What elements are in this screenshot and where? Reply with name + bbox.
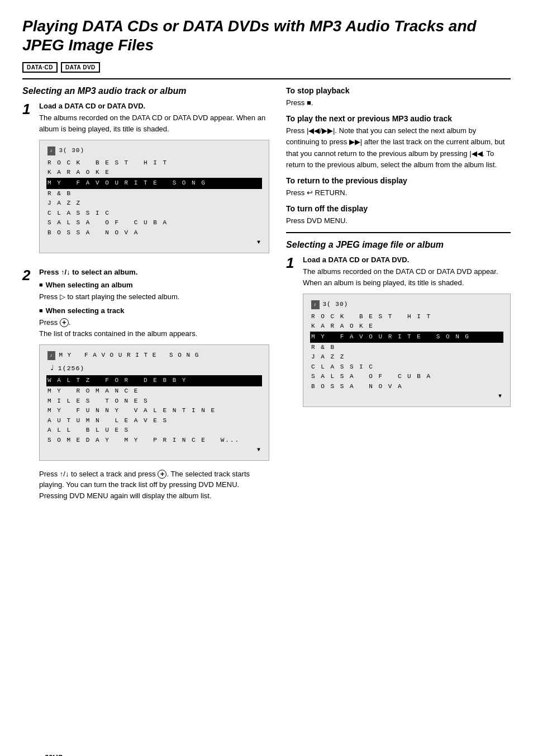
- sub-heading-album: When selecting an album: [39, 281, 269, 289]
- right-column: To stop playback Press ■. To play the ne…: [286, 86, 511, 508]
- right-step1-content: Load a DATA CD or DATA DVD. The albums r…: [303, 256, 511, 414]
- lcd2-row-2: M I L E S T O N E S: [47, 396, 261, 407]
- sub-body-album: Press ▷ to start playing the selected al…: [39, 291, 269, 303]
- lcd3-row-2-highlighted: M Y F A V O U R I T E S O N G: [310, 332, 503, 343]
- right-step1-body: The albums recorded on the DATA CD or DA…: [303, 266, 511, 288]
- next-prev-heading: To play the next or previous MP3 audio t…: [286, 114, 511, 123]
- lcd2-row-5: A L L B L U E S: [47, 426, 261, 436]
- lcd2-row-0-highlighted: W A L T Z F O R D E B B Y: [46, 375, 262, 386]
- lcd3-row-7: B O S S A N O V A: [311, 382, 502, 392]
- circle-plus-icon: +: [60, 318, 69, 327]
- lcd3-header: ♪ 3( 30): [311, 300, 502, 310]
- lcd3-icon: ♪: [311, 300, 319, 309]
- left-column: Selecting an MP3 audio track or album 1 …: [22, 86, 269, 508]
- sub-heading-album-text: When selecting an album: [46, 281, 133, 289]
- lcd1-row-2-highlighted: M Y F A V O U R I T E S O N G: [46, 178, 262, 189]
- lcd2-sub-header: ♩ 1(256): [47, 363, 261, 375]
- sub-heading-track: When selecting a track: [39, 306, 269, 315]
- step2-content: Press ↑/↓ to select an album. When selec…: [39, 268, 269, 502]
- lcd3-arrow: ▼: [311, 392, 502, 401]
- step1-content: Load a DATA CD or DATA DVD. The albums r…: [39, 102, 269, 261]
- step2: 2 Press ↑/↓ to select an album. When sel…: [22, 268, 269, 502]
- step1: 1 Load a DATA CD or DATA DVD. The albums…: [22, 102, 269, 261]
- step2-number: 2: [22, 268, 34, 502]
- section1-title: Selecting an MP3 audio track or album: [22, 86, 269, 96]
- lcd1-row-4: J A Z Z: [47, 199, 261, 209]
- lcd3-row-4: J A Z Z: [311, 352, 502, 362]
- step2-heading: Press ↑/↓ to select an album.: [39, 268, 269, 276]
- lcd2-header-text: M Y F A V O U R I T E S O N G: [59, 351, 199, 361]
- lcd2-row-3: M Y F U N N Y V A L E N T I N E: [47, 406, 261, 416]
- sub-heading-track-text: When selecting a track: [46, 306, 125, 315]
- turnoff-body: Press DVD MENU.: [286, 215, 511, 226]
- badge-data-cd: DATA·CD: [22, 62, 58, 73]
- lcd1-row-7: B O S S A N O V A: [47, 228, 261, 238]
- step1-body: The albums recorded on the DATA CD or DA…: [39, 112, 269, 134]
- right-step1-number: 1: [286, 256, 297, 414]
- stop-playback-heading: To stop playback: [286, 86, 511, 95]
- badges-container: DATA·CD DATA DVD: [22, 62, 511, 73]
- lcd1-header: ♪ 3( 30): [47, 146, 261, 156]
- lcd1-icon: ♪: [47, 147, 55, 155]
- next-prev-body: Press |◀◀/▶▶|. Note that you can select …: [286, 125, 511, 171]
- return-body: Press ↩ RETURN.: [286, 187, 511, 199]
- page-title: Playing DATA CDs or DATA DVDs with MP3 A…: [22, 17, 511, 54]
- lcd1-row-1: K A R A O K E: [47, 168, 261, 178]
- turnoff-heading: To turn off the display: [286, 204, 511, 213]
- lcd-screen-3: ♪ 3( 30) R O C K B E S T H I T K A R A O…: [303, 294, 511, 407]
- lcd1-row-6: S A L S A O F C U B A: [47, 218, 261, 228]
- lcd2-sub-text: 1(256): [58, 363, 84, 374]
- section2-title: Selecting a JPEG image file or album: [286, 240, 511, 250]
- lcd1-row-0: R O C K B E S T H I T: [47, 158, 261, 168]
- lcd2-row-1: M Y R O M A N C E: [47, 386, 261, 396]
- lcd3-row-1: K A R A O K E: [311, 322, 502, 332]
- right-step1-heading: Load a DATA CD or DATA DVD.: [303, 256, 511, 264]
- divider-right: [286, 232, 511, 233]
- lcd-screen-2: ♪ M Y F A V O U R I T E S O N G ♩ 1(256)…: [39, 344, 269, 461]
- lcd1-header-text: 3( 30): [59, 146, 84, 156]
- lcd2-row-6: S O M E D A Y M Y P R I N C E W...: [47, 436, 261, 446]
- right-step1: 1 Load a DATA CD or DATA DVD. The albums…: [286, 256, 511, 414]
- lcd2-icon: ♪: [47, 351, 55, 360]
- lcd3-row-3: R & B: [311, 343, 502, 353]
- step1-number: 1: [22, 102, 34, 261]
- note-icon: ♩: [50, 363, 55, 375]
- lcd1-row-3: R & B: [47, 189, 261, 199]
- lcd1-arrow: ▼: [47, 238, 261, 247]
- stop-playback-body: Press ■.: [286, 97, 511, 108]
- lcd3-row-5: C L A S S I C: [311, 362, 502, 372]
- lcd3-row-6: S A L S A O F C U B A: [311, 372, 502, 382]
- lcd1-row-5: C L A S S I C: [47, 209, 261, 219]
- badge-data-dvd: DATA DVD: [61, 62, 100, 73]
- sub-body-track-1: Press +.: [39, 317, 269, 328]
- return-icon: ↩: [307, 188, 313, 197]
- lcd2-row-4: A U T U M N L E A V E S: [47, 416, 261, 426]
- sub-body-track-2: The list of tracks contained in the albu…: [39, 328, 269, 339]
- page-number: 60US: [45, 753, 63, 756]
- circle-plus-icon-2: +: [158, 470, 166, 479]
- divider-top: [22, 78, 511, 79]
- return-heading: To return to the previous display: [286, 176, 511, 185]
- lcd2-header: ♪ M Y F A V O U R I T E S O N G: [47, 351, 261, 361]
- lcd-screen-1: ♪ 3( 30) R O C K B E S T H I T K A R A O…: [39, 140, 269, 253]
- step2-bottom-body: Press ↑/↓ to select a track and press +.…: [39, 469, 269, 502]
- lcd3-row-0: R O C K B E S T H I T: [311, 312, 502, 322]
- lcd2-arrow: ▼: [47, 446, 261, 455]
- step1-heading: Load a DATA CD or DATA DVD.: [39, 102, 269, 110]
- lcd3-header-text: 3( 30): [323, 300, 349, 310]
